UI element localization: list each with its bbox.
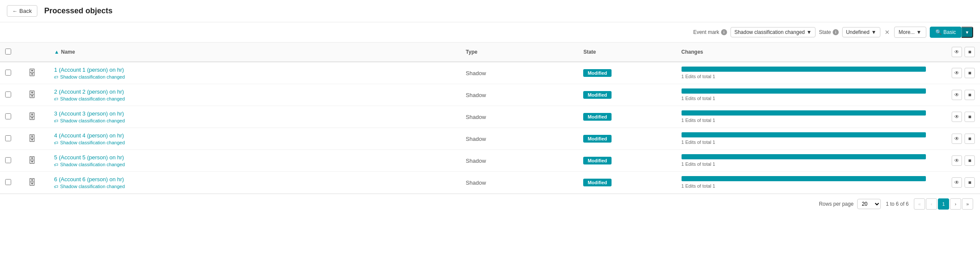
row-tag: Shadow classification changed bbox=[60, 140, 125, 145]
row-checkbox-5[interactable] bbox=[5, 179, 11, 185]
changes-bar bbox=[682, 88, 926, 94]
row-tag: Shadow classification changed bbox=[60, 96, 125, 101]
more-chevron-icon: ▼ bbox=[916, 29, 922, 35]
row-changes-cell: 1 Edits of total 1 bbox=[676, 172, 931, 194]
header-action-btn-2[interactable]: ■ bbox=[965, 47, 975, 57]
row-icon-cell: 🗄 bbox=[23, 62, 49, 84]
page-1-button[interactable]: 1 bbox=[938, 198, 949, 210]
table-footer: Rows per page 20 50 100 1 to 6 of 6 « ‹ … bbox=[0, 194, 980, 214]
row-actions-cell: 👁 ■ bbox=[931, 128, 980, 150]
row-name-link[interactable]: 3 (Account 3 (person) on hr) bbox=[54, 110, 455, 117]
state-info-icon: i bbox=[833, 29, 839, 35]
row-checkbox-1[interactable] bbox=[5, 91, 11, 97]
last-page-button[interactable]: » bbox=[962, 198, 973, 210]
header-action-btn-1[interactable]: 👁 bbox=[952, 47, 962, 57]
changes-text: 1 Edits of total 1 bbox=[682, 118, 715, 123]
row-checkbox-0[interactable] bbox=[5, 70, 11, 76]
changes-bar-container bbox=[682, 88, 926, 94]
tag-icon: 🏷 bbox=[54, 184, 58, 189]
row-action-menu-btn[interactable]: ■ bbox=[965, 68, 975, 78]
sort-up-icon: ▲ bbox=[54, 49, 59, 55]
event-mark-dropdown[interactable]: Shadow classification changed ▼ bbox=[730, 27, 816, 37]
row-action-view-btn[interactable]: 👁 bbox=[952, 155, 962, 166]
event-mark-label: Event mark i bbox=[693, 29, 727, 35]
row-checkbox-3[interactable] bbox=[5, 135, 11, 141]
changes-bar bbox=[682, 67, 926, 72]
changes-bar bbox=[682, 110, 926, 116]
page-container: ← Back Processed objects Event mark i Sh… bbox=[0, 0, 980, 280]
page-title: Processed objects bbox=[44, 6, 113, 15]
state-label: State i bbox=[819, 29, 839, 35]
first-page-button[interactable]: « bbox=[914, 198, 925, 210]
search-button[interactable]: 🔍 Basic bbox=[930, 27, 962, 38]
row-state-cell: Modified bbox=[578, 106, 676, 128]
row-tag: Shadow classification changed bbox=[60, 162, 125, 167]
row-action-view-btn[interactable]: 👁 bbox=[952, 90, 962, 100]
prev-page-button[interactable]: ‹ bbox=[926, 198, 937, 210]
db-icon: 🗄 bbox=[28, 134, 36, 143]
header-name[interactable]: ▲ Name bbox=[49, 43, 460, 62]
row-icon-cell: 🗄 bbox=[23, 128, 49, 150]
row-actions-cell: 👁 ■ bbox=[931, 84, 980, 106]
row-name-cell: 1 (Account 1 (person) on hr) 🏷 Shadow cl… bbox=[49, 62, 460, 84]
row-state-cell: Modified bbox=[578, 172, 676, 194]
row-icon-cell: 🗄 bbox=[23, 84, 49, 106]
row-action-view-btn[interactable]: 👁 bbox=[952, 112, 962, 122]
rows-per-page-select[interactable]: 20 50 100 bbox=[857, 199, 881, 209]
row-action-view-btn[interactable]: 👁 bbox=[952, 68, 962, 78]
row-action-menu-btn[interactable]: ■ bbox=[965, 177, 975, 188]
row-checkbox-2[interactable] bbox=[5, 113, 11, 119]
page-header: ← Back Processed objects bbox=[0, 0, 980, 22]
row-action-view-btn[interactable]: 👁 bbox=[952, 134, 962, 144]
row-checkbox-cell bbox=[0, 84, 23, 106]
table-header-row: ▲ Name Type State Changes 👁 ■ bbox=[0, 43, 980, 62]
state-badge: Modified bbox=[583, 179, 611, 186]
changes-bar-container bbox=[682, 154, 926, 159]
row-name-link[interactable]: 5 (Account 5 (person) on hr) bbox=[54, 154, 455, 161]
changes-bar bbox=[682, 132, 926, 137]
back-arrow-icon: ← bbox=[12, 8, 18, 14]
row-checkbox-cell bbox=[0, 172, 23, 194]
row-actions-cell: 👁 ■ bbox=[931, 150, 980, 172]
row-action-menu-btn[interactable]: ■ bbox=[965, 112, 975, 122]
select-all-checkbox[interactable] bbox=[5, 49, 11, 55]
name-column-label: Name bbox=[61, 49, 75, 55]
table-row: 🗄 3 (Account 3 (person) on hr) 🏷 Shadow … bbox=[0, 106, 980, 128]
state-dropdown[interactable]: Undefined ▼ bbox=[842, 27, 880, 37]
search-group: 🔍 Basic ▼ bbox=[930, 27, 973, 38]
row-tag: Shadow classification changed bbox=[60, 118, 125, 123]
changes-text: 1 Edits of total 1 bbox=[682, 96, 715, 101]
row-changes-cell: 1 Edits of total 1 bbox=[676, 128, 931, 150]
tag-icon: 🏷 bbox=[54, 162, 58, 167]
table-row: 🗄 2 (Account 2 (person) on hr) 🏷 Shadow … bbox=[0, 84, 980, 106]
row-action-menu-btn[interactable]: ■ bbox=[965, 134, 975, 144]
back-button[interactable]: ← Back bbox=[7, 5, 37, 17]
more-button[interactable]: More... ▼ bbox=[894, 27, 926, 38]
rows-per-page-label: Rows per page bbox=[819, 201, 854, 207]
row-icon-cell: 🗄 bbox=[23, 172, 49, 194]
changes-bar-container bbox=[682, 132, 926, 137]
row-type-cell: Shadow bbox=[461, 172, 578, 194]
row-name-link[interactable]: 6 (Account 6 (person) on hr) bbox=[54, 176, 455, 183]
row-action-menu-btn[interactable]: ■ bbox=[965, 90, 975, 100]
tag-icon: 🏷 bbox=[54, 140, 58, 145]
pagination-info: 1 to 6 of 6 bbox=[886, 201, 909, 207]
table-container: ▲ Name Type State Changes 👁 ■ bbox=[0, 43, 980, 194]
search-dropdown-button[interactable]: ▼ bbox=[962, 27, 973, 38]
db-icon: 🗄 bbox=[28, 178, 36, 187]
state-clear-button[interactable]: ✕ bbox=[884, 29, 891, 36]
event-mark-chevron-icon: ▼ bbox=[807, 29, 812, 35]
row-name-link[interactable]: 2 (Account 2 (person) on hr) bbox=[54, 88, 455, 95]
changes-bar bbox=[682, 154, 926, 159]
row-name-link[interactable]: 4 (Account 4 (person) on hr) bbox=[54, 132, 455, 139]
row-name-link[interactable]: 1 (Account 1 (person) on hr) bbox=[54, 67, 455, 73]
row-checkbox-4[interactable] bbox=[5, 157, 11, 163]
next-page-button[interactable]: › bbox=[950, 198, 961, 210]
tag-icon: 🏷 bbox=[54, 119, 58, 123]
row-type-cell: Shadow bbox=[461, 62, 578, 84]
back-label: Back bbox=[19, 8, 32, 14]
row-action-view-btn[interactable]: 👁 bbox=[952, 177, 962, 188]
pagination-buttons: « ‹ 1 › » bbox=[914, 198, 973, 210]
db-icon: 🗄 bbox=[28, 91, 36, 99]
row-action-menu-btn[interactable]: ■ bbox=[965, 155, 975, 166]
